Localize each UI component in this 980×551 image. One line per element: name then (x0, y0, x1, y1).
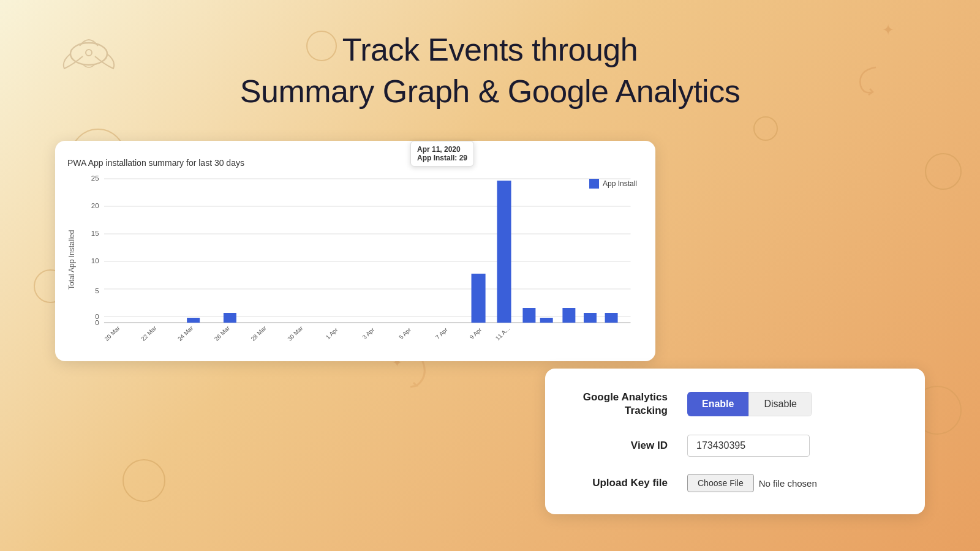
svg-rect-18 (187, 318, 200, 323)
legend-color-box (589, 179, 599, 189)
svg-text:15: 15 (91, 230, 99, 237)
svg-text:20: 20 (91, 202, 99, 209)
svg-rect-28 (522, 308, 535, 323)
svg-text:5: 5 (95, 287, 99, 294)
svg-rect-29 (540, 318, 553, 323)
page-title: Track Events through Summary Graph & Goo… (0, 0, 980, 112)
tooltip-date: Apr 11, 2020 (417, 145, 467, 154)
svg-rect-30 (562, 308, 575, 323)
svg-text:3 Apr: 3 Apr (361, 326, 376, 340)
svg-text:1 Apr: 1 Apr (324, 326, 339, 340)
title-line2: Summary Graph & Google Analytics (240, 73, 740, 109)
svg-text:5 Apr: 5 Apr (398, 326, 413, 340)
svg-rect-32 (605, 313, 618, 323)
svg-text:26 Mar: 26 Mar (213, 324, 231, 342)
svg-text:25: 25 (91, 174, 99, 182)
chart-title: PWA App installation summary for last 30… (67, 158, 637, 168)
svg-text:28 Mar: 28 Mar (249, 324, 268, 342)
chart-tooltip: Apr 11, 2020 App Install: 29 (410, 141, 474, 167)
y-axis-label: Total App Installed (67, 173, 76, 347)
svg-text:10: 10 (91, 257, 99, 264)
legend-label: App Install (603, 179, 637, 188)
svg-text:0: 0 (95, 319, 99, 326)
no-file-label: No file chosen (759, 478, 817, 489)
title-line1: Track Events through (342, 32, 638, 67)
chart-card: PWA App installation summary for last 30… (55, 141, 655, 361)
chart-legend: App Install (589, 179, 637, 189)
analytics-card: Google Analytics Tracking Enable Disable… (545, 369, 925, 514)
tracking-label: Google Analytics Tracking (570, 391, 668, 418)
disable-button[interactable]: Disable (748, 392, 812, 416)
svg-rect-26 (472, 274, 486, 323)
svg-rect-19 (224, 313, 236, 323)
view-id-input[interactable] (687, 435, 810, 457)
tracking-row: Google Analytics Tracking Enable Disable (570, 391, 900, 418)
svg-text:0: 0 (95, 313, 99, 320)
svg-rect-27 (497, 181, 511, 323)
tooltip-value: App Install: 29 (417, 154, 467, 162)
svg-text:9 Apr: 9 Apr (468, 326, 483, 340)
upload-key-label: Upload Key file (570, 476, 668, 490)
upload-key-row: Upload Key file Choose File No file chos… (570, 474, 900, 492)
svg-rect-31 (584, 313, 597, 323)
svg-text:20 Mar: 20 Mar (103, 324, 121, 342)
svg-text:7 Apr: 7 Apr (434, 326, 450, 340)
svg-text:22 Mar: 22 Mar (140, 324, 158, 342)
choose-file-button[interactable]: Choose File (687, 474, 754, 492)
svg-text:24 Mar: 24 Mar (176, 324, 195, 342)
enable-button[interactable]: Enable (687, 392, 748, 416)
toggle-group: Enable Disable (687, 392, 812, 416)
view-id-label: View ID (570, 439, 668, 452)
svg-text:11 A...: 11 A... (494, 325, 511, 342)
svg-text:30 Mar: 30 Mar (286, 324, 304, 342)
view-id-row: View ID (570, 435, 900, 457)
bar-chart: 0 0 5 10 15 20 25 (78, 173, 637, 344)
